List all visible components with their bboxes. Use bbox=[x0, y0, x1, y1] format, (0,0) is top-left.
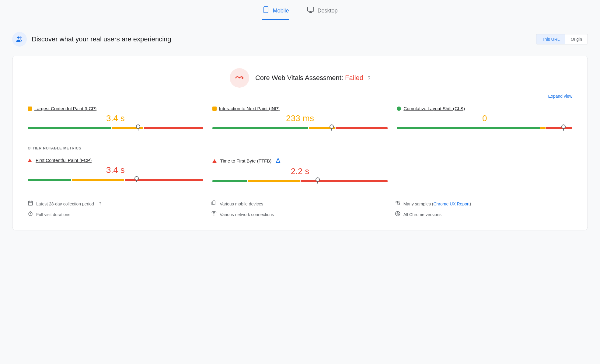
url-toggle: This URL Origin bbox=[536, 34, 588, 44]
svg-line-27 bbox=[398, 214, 399, 215]
assessment-icon bbox=[230, 68, 249, 88]
tab-mobile-label: Mobile bbox=[273, 8, 289, 14]
assessment-status: Failed bbox=[345, 74, 363, 82]
footer-col2: Various mobile devices Various network c… bbox=[211, 200, 389, 218]
cls-marker bbox=[563, 126, 564, 131]
origin-button[interactable]: Origin bbox=[565, 34, 588, 44]
mobile-icon bbox=[262, 6, 270, 15]
ttfb-bar bbox=[212, 180, 388, 184]
expand-view-button[interactable]: Expand view bbox=[28, 94, 572, 99]
footer-info: Latest 28-day collection period ? Full v… bbox=[28, 193, 572, 218]
svg-point-24 bbox=[397, 213, 399, 215]
tab-mobile[interactable]: Mobile bbox=[262, 6, 289, 20]
core-metrics-grid: Largest Contentful Paint (LCP) 3.4 s Int… bbox=[28, 106, 572, 131]
metric-fcp-label[interactable]: First Contentful Paint (FCP) bbox=[28, 158, 203, 163]
network-icon bbox=[211, 211, 217, 218]
inp-marker bbox=[331, 126, 332, 131]
ttfb-blue-icon bbox=[276, 158, 281, 164]
svg-point-18 bbox=[214, 204, 215, 205]
footer-samples: Many samples (Chrome UX Report) bbox=[395, 200, 572, 207]
inp-value: 233 ms bbox=[212, 114, 388, 123]
svg-point-7 bbox=[242, 77, 243, 79]
ttfb-warning-icon bbox=[212, 159, 217, 163]
tab-bar: Mobile Desktop bbox=[12, 6, 588, 20]
svg-point-5 bbox=[17, 37, 19, 39]
cls-bar-segments bbox=[397, 127, 572, 129]
footer-col3: Many samples (Chrome UX Report) All Chro… bbox=[395, 200, 572, 218]
metric-ttfb: Time to First Byte (TTFB) 2.2 s bbox=[212, 158, 388, 184]
lcp-bar-segments bbox=[28, 127, 203, 129]
metric-lcp: Largest Contentful Paint (LCP) 3.4 s bbox=[28, 106, 203, 131]
mobile-devices-icon bbox=[211, 200, 217, 207]
footer-full-visit: Full visit durations bbox=[28, 211, 205, 218]
cls-bar-red bbox=[546, 127, 572, 129]
cls-bar bbox=[397, 127, 572, 131]
cls-value: 0 bbox=[397, 114, 572, 123]
footer-col1: Latest 28-day collection period ? Full v… bbox=[28, 200, 205, 218]
svg-rect-0 bbox=[264, 7, 268, 13]
tab-desktop-label: Desktop bbox=[317, 8, 337, 14]
lcp-value: 3.4 s bbox=[28, 114, 203, 123]
assessment-title: Core Web Vitals Assessment: Failed bbox=[255, 74, 365, 82]
metric-ttfb-label[interactable]: Time to First Byte (TTFB) bbox=[212, 158, 388, 164]
inp-bar-red bbox=[336, 127, 388, 129]
svg-line-26 bbox=[398, 212, 399, 213]
empty-col bbox=[397, 158, 572, 184]
inp-bar-green bbox=[212, 127, 308, 129]
samples-text: Many samples (Chrome UX Report) bbox=[403, 201, 471, 206]
lcp-dot bbox=[28, 107, 32, 111]
fcp-bar-orange bbox=[72, 179, 124, 181]
assessment-title-container: Core Web Vitals Assessment: Failed ? bbox=[255, 74, 370, 82]
header-title: Discover what your real users are experi… bbox=[32, 35, 171, 43]
lcp-bar-green bbox=[28, 127, 111, 129]
svg-rect-17 bbox=[212, 202, 213, 205]
calendar-icon bbox=[28, 200, 33, 207]
svg-point-19 bbox=[214, 215, 215, 215]
metric-inp-label[interactable]: Interaction to Next Paint (INP) bbox=[212, 106, 388, 111]
metric-cls-label[interactable]: Cumulative Layout Shift (CLS) bbox=[397, 106, 572, 111]
chrome-ux-link[interactable]: Chrome UX Report bbox=[433, 201, 469, 206]
header-icon bbox=[12, 32, 27, 47]
desktop-icon bbox=[307, 6, 314, 15]
other-metrics-label: OTHER NOTABLE METRICS bbox=[28, 146, 572, 150]
metrics-divider bbox=[28, 140, 572, 140]
metric-lcp-label[interactable]: Largest Contentful Paint (LCP) bbox=[28, 106, 203, 111]
help-icon[interactable]: ? bbox=[368, 76, 370, 81]
header-section: Discover what your real users are experi… bbox=[12, 29, 588, 50]
ttfb-bar-orange bbox=[248, 180, 300, 182]
footer-network: Various network connections bbox=[211, 211, 389, 218]
svg-point-6 bbox=[19, 37, 22, 39]
svg-point-20 bbox=[396, 201, 398, 203]
svg-point-22 bbox=[398, 201, 399, 203]
fcp-marker bbox=[136, 177, 137, 182]
footer-mobile-devices: Various mobile devices bbox=[211, 200, 389, 207]
fcp-bar-segments bbox=[28, 179, 203, 181]
lcp-bar bbox=[28, 127, 203, 131]
ttfb-value: 2.2 s bbox=[212, 166, 388, 176]
ttfb-marker bbox=[317, 179, 318, 184]
other-metrics-grid: First Contentful Paint (FCP) 3.4 s Time … bbox=[28, 158, 572, 184]
inp-dot bbox=[212, 107, 217, 111]
metric-fcp: First Contentful Paint (FCP) 3.4 s bbox=[28, 158, 203, 184]
ttfb-bar-red bbox=[301, 180, 388, 182]
lcp-bar-red bbox=[144, 127, 203, 129]
lcp-marker bbox=[138, 126, 138, 131]
svg-marker-9 bbox=[276, 158, 280, 163]
inp-bar bbox=[212, 127, 388, 131]
svg-rect-10 bbox=[28, 201, 33, 205]
this-url-button[interactable]: This URL bbox=[536, 34, 565, 44]
28day-help-icon[interactable]: ? bbox=[99, 201, 101, 206]
fcp-bar-green bbox=[28, 179, 71, 181]
fcp-value: 3.4 s bbox=[28, 165, 203, 175]
cls-bar-green bbox=[397, 127, 540, 129]
inp-bar-segments bbox=[212, 127, 388, 129]
fcp-bar bbox=[28, 179, 203, 182]
metric-inp: Interaction to Next Paint (INP) 233 ms bbox=[212, 106, 388, 131]
main-card: Core Web Vitals Assessment: Failed ? Exp… bbox=[12, 56, 588, 230]
chrome-icon bbox=[395, 211, 400, 218]
ttfb-bar-segments bbox=[212, 180, 388, 182]
timer-icon bbox=[28, 211, 33, 218]
samples-icon bbox=[395, 200, 400, 207]
header-left: Discover what your real users are experi… bbox=[12, 32, 171, 47]
tab-desktop[interactable]: Desktop bbox=[307, 6, 337, 20]
